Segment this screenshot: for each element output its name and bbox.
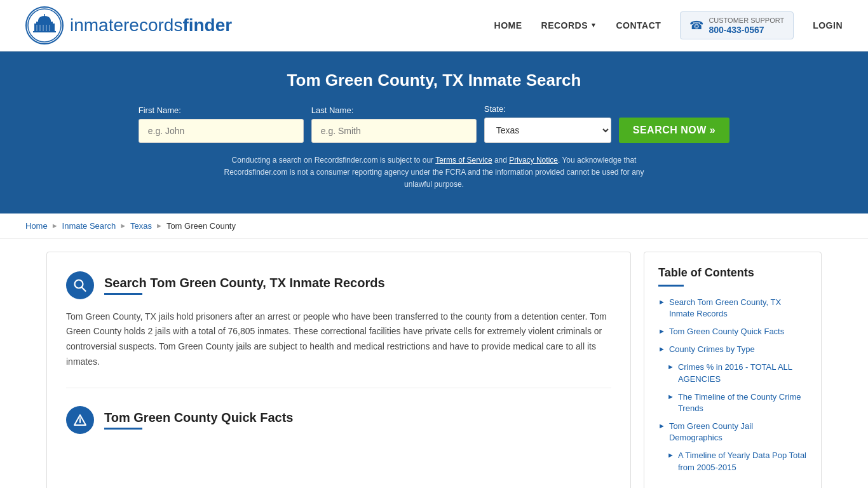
toc-link-1[interactable]: Search Tom Green County, TX Inmate Recor… [669,297,807,320]
svg-rect-13 [44,14,46,20]
toc-link-6[interactable]: Tom Green County Jail Demographics [669,421,807,444]
section1-header: Search Tom Green County, TX Inmate Recor… [66,271,611,299]
hero-disclaimer: Conducting a search on Recordsfinder.com… [212,154,656,191]
section-divider [66,388,611,388]
first-name-group: First Name: [139,105,304,143]
section2-header: Tom Green County Quick Facts [66,406,611,434]
svg-rect-11 [49,25,50,31]
toc-link-7[interactable]: A Timeline of Yearly Data Pop Total from… [678,450,807,473]
svg-rect-5 [34,24,55,25]
toc-item-5: ► The Timeline of the County Crime Trend… [667,391,807,414]
state-label: State: [484,104,506,114]
headphone-icon: ☎ [689,18,703,32]
support-phone: 800-433-0567 [709,25,784,35]
search-form: First Name: Last Name: State: Texas Alab… [25,104,843,143]
toc-chevron-6: ► [658,422,665,430]
terms-link[interactable]: Terms of Service [435,156,492,165]
svg-rect-9 [43,25,44,31]
toc-chevron-5: ► [667,393,674,400]
toc-item-7: ► A Timeline of Yearly Data Pop Total fr… [667,450,807,473]
toc-item-1: ► Search Tom Green County, TX Inmate Rec… [658,297,807,320]
sidebar: Table of Contents ► Search Tom Green Cou… [644,252,822,488]
toc-chevron-4: ► [667,363,674,370]
svg-rect-10 [46,25,47,31]
svg-point-18 [79,417,81,419]
hero-title: Tom Green County, TX Inmate Search [25,71,843,90]
svg-rect-8 [39,25,41,31]
section2-underline [104,428,142,430]
toc-chevron-2: ► [658,327,665,335]
nav-home[interactable]: HOME [494,20,522,30]
svg-rect-4 [36,22,53,24]
last-name-group: Last Name: [311,105,477,143]
section1-body: Tom Green County, TX jails hold prisoner… [66,309,611,370]
last-name-input[interactable] [311,119,477,143]
toc-item-4: ► Crimes % in 2016 - TOTAL ALL AGENCIES [667,362,807,384]
hero-section: Tom Green County, TX Inmate Search First… [0,51,868,214]
section1-underline [104,293,142,295]
breadcrumb: Home ► Inmate Search ► Texas ► Tom Green… [0,214,868,239]
breadcrumb-sep-2: ► [119,222,126,229]
breadcrumb-sep-3: ► [156,222,163,229]
nav-records[interactable]: RECORDS ▼ [541,20,597,30]
state-select[interactable]: Texas Alabama Alaska California Florida … [484,118,611,143]
toc-link-5[interactable]: The Timeline of the County Crime Trends [678,391,807,414]
first-name-label: First Name: [139,105,181,115]
article: Search Tom Green County, TX Inmate Recor… [46,252,631,488]
first-name-input[interactable] [139,119,304,143]
logo-text: inmaterecordsfinder [70,15,232,36]
svg-rect-12 [33,31,56,32]
section1-title: Search Tom Green County, TX Inmate Recor… [104,276,385,290]
toc-link-3[interactable]: County Crimes by Type [669,344,755,355]
toc-title: Table of Contents [658,266,807,280]
section2-title: Tom Green County Quick Facts [104,410,293,425]
svg-rect-7 [36,25,37,31]
main-content: Search Tom Green County, TX Inmate Recor… [21,239,847,488]
toc-item-3: ► County Crimes by Type [658,344,807,355]
nav-login[interactable]: LOGIN [813,20,843,30]
info-icon [66,406,94,434]
breadcrumb-home[interactable]: Home [25,221,48,231]
search-button[interactable]: SEARCH NOW » [619,118,729,143]
toc-box: Table of Contents ► Search Tom Green Cou… [644,252,822,488]
search-icon [66,271,94,299]
toc-chevron-1: ► [658,298,665,306]
breadcrumb-county: Tom Green County [166,221,236,231]
logo-icon [25,6,64,44]
breadcrumb-sep-1: ► [51,222,58,229]
privacy-link[interactable]: Privacy Notice [509,156,558,165]
toc-link-2[interactable]: Tom Green County Quick Facts [669,326,784,337]
toc-chevron-3: ► [658,345,665,353]
support-label: CUSTOMER SUPPORT [709,16,784,25]
toc-underline [658,285,684,287]
svg-rect-3 [38,20,51,22]
breadcrumb-state[interactable]: Texas [130,221,152,231]
logo[interactable]: inmaterecordsfinder [25,6,232,44]
svg-line-15 [82,287,86,291]
toc-item-6: ► Tom Green County Jail Demographics [658,421,807,444]
customer-support[interactable]: ☎ CUSTOMER SUPPORT 800-433-0567 [680,11,794,39]
toc-chevron-7: ► [667,451,674,459]
chevron-down-icon: ▼ [590,22,597,29]
toc-link-4[interactable]: Crimes % in 2016 - TOTAL ALL AGENCIES [678,362,807,384]
toc-item-2: ► Tom Green County Quick Facts [658,326,807,337]
breadcrumb-inmate-search[interactable]: Inmate Search [62,221,116,231]
nav-contact[interactable]: CONTACT [616,20,661,30]
main-nav: HOME RECORDS ▼ CONTACT ☎ CUSTOMER SUPPOR… [494,11,843,39]
site-header: inmaterecordsfinder HOME RECORDS ▼ CONTA… [0,0,868,51]
last-name-label: Last Name: [311,105,353,115]
state-group: State: Texas Alabama Alaska California F… [484,104,611,143]
